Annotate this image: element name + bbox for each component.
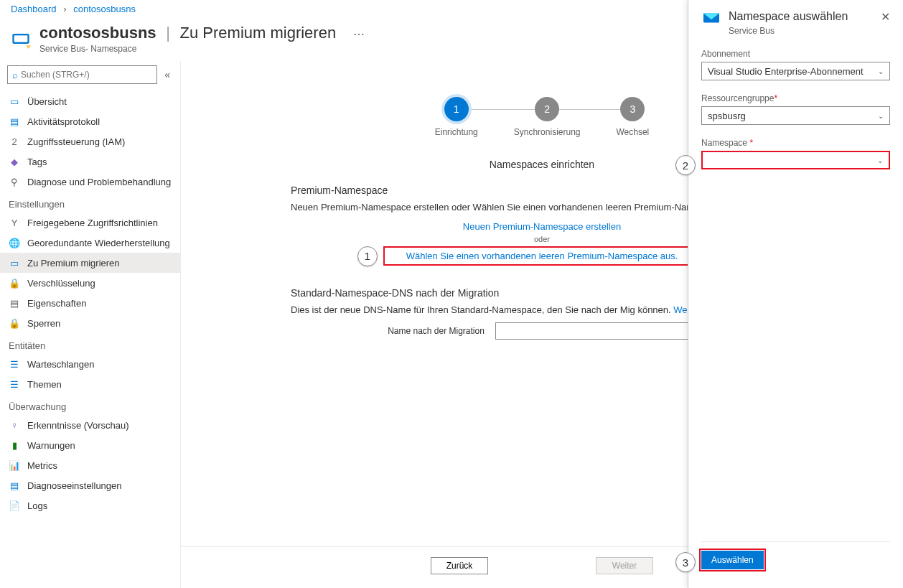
properties-icon: ▤ [9, 297, 20, 309]
page-title: Zu Premium migrieren [180, 24, 337, 42]
sidebar-item-encryption[interactable]: 🔒Verschlüsselung [0, 273, 180, 293]
breadcrumb-current[interactable]: contososbusns [73, 4, 136, 14]
namespace-select[interactable]: ⌄ [701, 151, 890, 169]
sidebar-item-queues[interactable]: ☰Warteschlangen [0, 354, 180, 374]
breadcrumb-root[interactable]: Dashboard [11, 4, 57, 14]
dns-name-input[interactable] [495, 322, 696, 340]
log-icon: ▤ [9, 116, 20, 127]
migrate-icon: ▭ [9, 257, 20, 269]
sidebar-item-diagnostic-settings[interactable]: ▤Diagnoseeinstellungen [0, 475, 180, 495]
resource-type: Service Bus- Namespace [39, 44, 365, 54]
svg-rect-1 [14, 35, 28, 42]
chevron-down-icon: ⌄ [878, 112, 884, 120]
chevron-down-icon: ⌄ [877, 157, 883, 164]
tag-icon: ◆ [9, 156, 20, 167]
panel-subtitle: Service Bus [729, 26, 890, 36]
sidebar-item-iam[interactable]: 2Zugriffssteuerung (IAM) [0, 131, 180, 151]
key-icon: Y [9, 217, 20, 228]
globe-icon: 🌐 [9, 237, 20, 248]
resource-group-label: Ressourcengruppe* [701, 93, 890, 103]
back-button[interactable]: Zurück [431, 557, 488, 574]
overview-icon: ▭ [9, 95, 20, 107]
callout-3: 3 [675, 552, 696, 572]
sidebar-item-activity-log[interactable]: ▤Aktivitätsprotokoll [0, 111, 180, 131]
sidebar: ⌕ « ▭Übersicht ▤Aktivitätsprotokoll 2Zug… [0, 61, 181, 588]
sidebar-item-locks[interactable]: 🔒Sperren [0, 313, 180, 333]
sidebar-item-logs[interactable]: 📄Logs [0, 495, 180, 515]
next-button: Weiter [596, 557, 653, 574]
subscription-label: Abonnement [701, 49, 890, 59]
resource-group-select[interactable]: spsbusrg ⌄ [701, 106, 890, 125]
sidebar-item-migrate-premium[interactable]: ▭Zu Premium migrieren [0, 253, 180, 273]
sidebar-item-overview[interactable]: ▭Übersicht [0, 91, 180, 111]
resource-name: contososbusns [39, 24, 156, 42]
topic-icon: ☰ [9, 378, 20, 390]
iam-icon: 2 [9, 136, 20, 147]
logs-icon: 📄 [9, 500, 20, 511]
step-sync: 2 Synchronisierung [514, 97, 581, 137]
section-entities: Entitäten [0, 333, 180, 354]
subscription-select[interactable]: Visual Studio Enterprise-Abonnement ⌄ [701, 62, 890, 80]
lock-icon: 🔒 [9, 317, 20, 329]
diag-settings-icon: ▤ [9, 480, 20, 491]
sidebar-item-metrics[interactable]: 📊Metrics [0, 455, 180, 475]
panel-title: Namespace auswählen [729, 10, 874, 23]
sidebar-item-geo-recovery[interactable]: 🌐Georedundante Wiederherstellung [0, 233, 180, 253]
step-setup[interactable]: 1 Einrichtung [435, 97, 478, 137]
queue-icon: ☰ [9, 358, 20, 370]
sidebar-item-tags[interactable]: ◆Tags [0, 151, 180, 172]
svg-marker-2 [26, 45, 31, 49]
service-bus-icon [11, 29, 31, 49]
chevron-down-icon: ⌄ [878, 67, 884, 75]
metrics-icon: 📊 [9, 459, 20, 471]
service-bus-icon [701, 10, 721, 26]
alert-icon: ▮ [9, 439, 20, 451]
section-monitoring: Überwachung [0, 394, 180, 415]
sidebar-item-topics[interactable]: ☰Themen [0, 374, 180, 394]
callout-2: 2 [675, 155, 696, 175]
select-namespace-panel: Namespace auswählen ✕ Service Bus Abonne… [688, 0, 903, 588]
step-switch: 3 Wechsel [616, 97, 649, 137]
insights-icon: ♀ [9, 419, 20, 431]
lock-icon: 🔒 [9, 277, 20, 289]
select-existing-link[interactable]: Wählen Sie einen vorhandenen leeren Prem… [406, 251, 678, 261]
section-settings: Einstellungen [0, 192, 180, 213]
more-icon[interactable]: ⋯ [353, 28, 365, 40]
create-premium-link[interactable]: Neuen Premium-Namespace erstellen [463, 221, 621, 232]
search-icon: ⌕ [12, 70, 18, 80]
sidebar-item-insights[interactable]: ♀Erkenntnisse (Vorschau) [0, 415, 180, 435]
sidebar-item-properties[interactable]: ▤Eigenschaften [0, 293, 180, 313]
close-icon[interactable]: ✕ [881, 10, 890, 24]
dns-input-label: Name nach der Migration [388, 326, 485, 336]
namespace-label: Namespace * [701, 138, 890, 148]
callout-1: 1 [357, 246, 378, 266]
sidebar-item-alerts[interactable]: ▮Warnungen [0, 435, 180, 455]
diagnose-icon: ⚲ [9, 176, 20, 187]
collapse-sidebar-icon[interactable]: « [162, 66, 173, 83]
chevron-right-icon: › [63, 4, 66, 14]
search-input[interactable]: ⌕ [7, 65, 157, 84]
sidebar-item-shared-access[interactable]: YFreigegebene Zugriffsrichtlinien [0, 213, 180, 233]
select-button[interactable]: Auswählen [701, 551, 764, 569]
sidebar-item-diagnose[interactable]: ⚲Diagnose und Problembehandlung [0, 172, 180, 192]
